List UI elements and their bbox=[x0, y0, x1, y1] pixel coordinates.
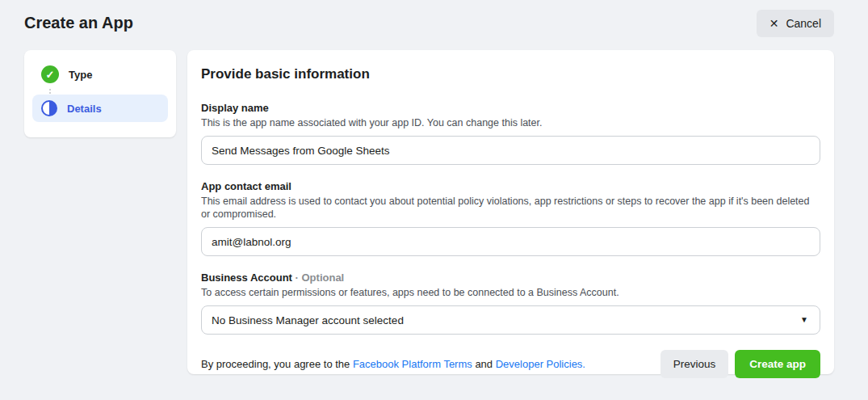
connector-dot bbox=[49, 92, 51, 94]
business-account-select[interactable]: No Business Manager account selected ▼ bbox=[201, 305, 820, 335]
cancel-button-label: Cancel bbox=[786, 17, 821, 30]
previous-button[interactable]: Previous bbox=[660, 350, 729, 378]
step-details-label: Details bbox=[67, 103, 102, 115]
optional-badge: · Optional bbox=[296, 272, 345, 284]
business-account-field-group: Business Account · Optional To access ce… bbox=[201, 272, 820, 335]
create-app-button[interactable]: Create app bbox=[735, 350, 820, 378]
contact-email-input[interactable] bbox=[201, 227, 820, 256]
step-type[interactable]: ✓ Type bbox=[32, 61, 168, 88]
display-name-input[interactable] bbox=[201, 136, 820, 165]
contact-email-description: This email address is used to contact yo… bbox=[201, 195, 820, 221]
display-name-description: This is the app name associated with you… bbox=[201, 116, 820, 129]
step-details[interactable]: Details bbox=[32, 95, 168, 122]
half-circle-progress-icon bbox=[41, 100, 57, 116]
form-footer: By proceeding, you agree to the Facebook… bbox=[201, 350, 820, 378]
business-account-label: Business Account · Optional bbox=[201, 272, 820, 284]
display-name-label: Display name bbox=[201, 102, 820, 114]
chevron-down-icon: ▼ bbox=[800, 316, 808, 324]
page-title: Create an App bbox=[24, 14, 133, 32]
check-circle-icon: ✓ bbox=[41, 65, 59, 83]
step-connector bbox=[49, 88, 168, 95]
business-account-label-text: Business Account bbox=[201, 272, 292, 284]
connector-dot bbox=[49, 89, 51, 91]
basic-information-panel: Provide basic information Display name T… bbox=[187, 50, 834, 374]
step-type-label: Type bbox=[69, 69, 92, 81]
platform-terms-link[interactable]: Facebook Platform Terms bbox=[353, 358, 472, 370]
cancel-button[interactable]: ✕ Cancel bbox=[757, 10, 834, 37]
contact-email-label: App contact email bbox=[201, 180, 820, 192]
page-header: Create an App ✕ Cancel bbox=[0, 0, 868, 47]
agreement-text: By proceeding, you agree to the Facebook… bbox=[201, 358, 654, 370]
developer-policies-link[interactable]: Developer Policies. bbox=[496, 358, 585, 370]
contact-email-field-group: App contact email This email address is … bbox=[201, 180, 820, 256]
display-name-field-group: Display name This is the app name associ… bbox=[201, 102, 820, 165]
agreement-prefix: By proceeding, you agree to the bbox=[201, 358, 353, 370]
optional-text: · Optional bbox=[296, 272, 345, 284]
business-account-description: To access certain permissions or feature… bbox=[201, 286, 820, 299]
agreement-and: and bbox=[472, 358, 496, 370]
check-icon: ✓ bbox=[46, 69, 55, 81]
close-icon: ✕ bbox=[769, 18, 779, 29]
steps-sidebar: ✓ Type Details bbox=[24, 50, 176, 137]
business-account-selected-value: No Business Manager account selected bbox=[212, 314, 404, 326]
section-heading: Provide basic information bbox=[201, 66, 820, 82]
